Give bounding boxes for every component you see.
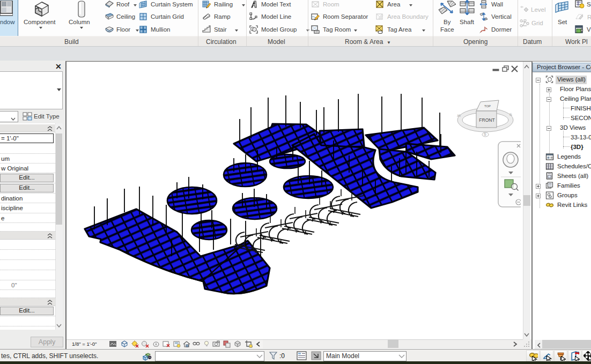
svg-text:E: E [509,113,512,116]
svg-text:S: S [484,132,486,136]
svg-text:FRONT: FRONT [479,117,494,123]
svg-text:W: W [457,114,461,117]
svg-text:TOP: TOP [484,105,491,108]
